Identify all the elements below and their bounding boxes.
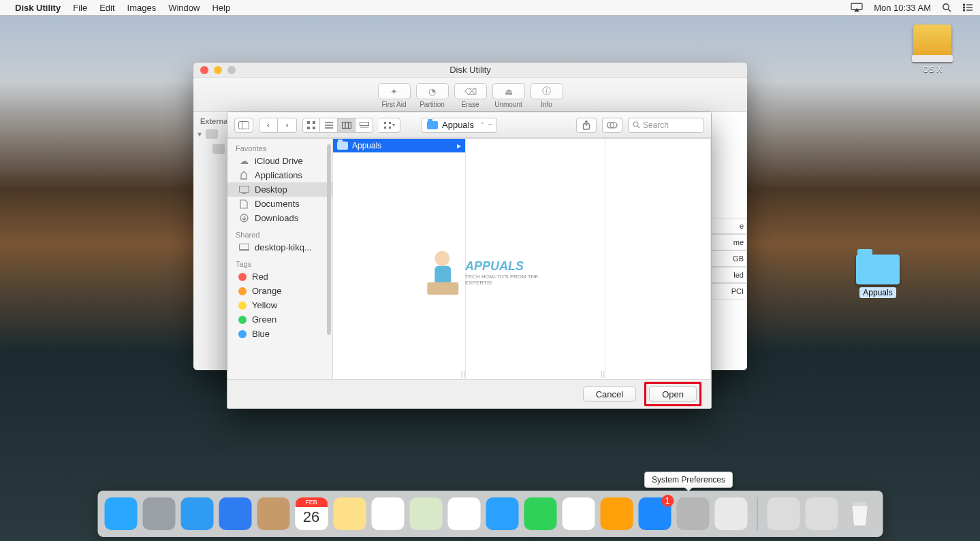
svg-rect-15 [313, 127, 315, 129]
dock-tray-trash[interactable] [843, 497, 876, 530]
cancel-button[interactable]: Cancel [583, 387, 636, 401]
dock-app-facetime[interactable] [524, 497, 556, 530]
svg-rect-38 [239, 244, 249, 250]
desktop-folder-appuals[interactable]: Appuals [851, 255, 905, 298]
search-input[interactable]: Search [628, 118, 704, 133]
dock-app-app-store[interactable]: 1 [638, 497, 671, 530]
menu-window[interactable]: Window [168, 3, 200, 13]
dock-app-messages[interactable] [486, 497, 518, 530]
dock-app-launchpad[interactable] [142, 497, 175, 530]
dock-app-maps[interactable] [409, 497, 442, 530]
sidebar-toggle-button[interactable] [234, 118, 253, 133]
menubar-app[interactable]: Disk Utility [15, 3, 61, 13]
svg-rect-19 [342, 122, 351, 128]
dock-app-reminders[interactable] [371, 497, 404, 530]
menu-edit[interactable]: Edit [99, 3, 114, 13]
column-resize-handle[interactable]: || [601, 370, 605, 378]
nav-back-forward: ‹ › [259, 118, 297, 133]
sidebar-tag-red[interactable]: Red [227, 269, 332, 284]
sidebar-tag-yellow[interactable]: Yellow [227, 298, 332, 312]
view-icons-button[interactable] [302, 118, 320, 133]
dock-tray-downloads[interactable] [805, 497, 838, 530]
dock-app-contacts[interactable] [257, 497, 289, 530]
folder-icon [427, 121, 438, 129]
dock: FEB261 [97, 491, 883, 537]
dock-tray-documents[interactable] [767, 497, 800, 530]
svg-rect-22 [360, 122, 368, 125]
svg-rect-24 [384, 122, 386, 124]
column-2: || [466, 139, 605, 379]
tags-header: Tags [227, 255, 332, 269]
svg-rect-13 [313, 121, 315, 124]
tags-button[interactable] [602, 118, 622, 133]
titlebar[interactable]: Disk Utility [193, 63, 747, 78]
location-label: Appuals [442, 120, 474, 130]
svg-point-2 [943, 4, 949, 10]
dock-app-ibooks[interactable] [600, 497, 633, 530]
notification-center-icon[interactable] [962, 3, 973, 12]
tag-dot-icon [238, 287, 247, 295]
sidebar-tag-green[interactable]: Green [227, 312, 332, 327]
picker-sidebar: Favorites ☁︎iCloud Drive Applications De… [227, 139, 333, 379]
toolbar-info[interactable]: ⓘInfo [531, 83, 563, 108]
toolbar-partition[interactable]: ◔Partition [416, 83, 449, 108]
column-resize-handle[interactable]: || [461, 370, 466, 378]
desktop-disk-osx[interactable]: OS X [905, 24, 960, 74]
svg-point-6 [964, 7, 965, 8]
menu-file[interactable]: File [73, 3, 87, 13]
airplay-icon[interactable] [851, 3, 863, 12]
chevron-right-icon: ▸ [457, 141, 461, 150]
spotlight-icon[interactable] [942, 3, 951, 12]
sidebar-documents[interactable]: Documents [227, 197, 332, 211]
dock-app-disk-utility[interactable] [714, 497, 747, 530]
disk-row-icon [206, 129, 218, 139]
sidebar-tag-blue[interactable]: Blue [227, 327, 332, 341]
open-button[interactable]: Open [649, 387, 697, 401]
toolbar-unmount[interactable]: ⏏Unmount [492, 83, 525, 108]
folder-icon [856, 255, 900, 284]
favorites-header: Favorites [227, 139, 332, 154]
view-columns-button[interactable] [338, 118, 355, 133]
dock-app-safari[interactable] [180, 497, 213, 530]
dock-app-photos[interactable] [447, 497, 480, 530]
sidebar-shared-computer[interactable]: desktop-kikq... [227, 240, 332, 255]
sidebar-icloud[interactable]: ☁︎iCloud Drive [227, 154, 332, 168]
dock-app-system-preferences[interactable] [676, 497, 709, 530]
column-item-appuals[interactable]: Appuals ▸ [333, 139, 465, 152]
menubar: Disk Utility File Edit Images Window Hel… [0, 0, 980, 16]
dock-app-calendar[interactable]: FEB26 [295, 497, 328, 530]
menu-help[interactable]: Help [212, 3, 230, 13]
share-button[interactable] [576, 118, 597, 133]
location-popup[interactable]: Appuals ˄ [421, 118, 497, 133]
sidebar-downloads[interactable]: Downloads [227, 211, 332, 225]
view-coverflow-button[interactable] [355, 118, 373, 133]
disk-row-icon [212, 144, 225, 154]
dock-app-finder[interactable] [104, 497, 137, 530]
sheet-toolbar: ‹ › ▾ Appuals ˄ [227, 112, 711, 138]
sidebar-desktop[interactable]: Desktop [227, 182, 332, 197]
du-info-partial: e me GB led PCI [709, 218, 747, 299]
dock-app-itunes[interactable] [562, 497, 595, 530]
sidebar-tag-orange[interactable]: Orange [227, 284, 332, 298]
scrollbar[interactable] [327, 144, 331, 335]
sidebar-applications[interactable]: Applications [227, 168, 332, 182]
apps-icon [238, 171, 249, 180]
forward-button[interactable]: › [278, 118, 297, 133]
view-list-button[interactable] [320, 118, 338, 133]
svg-point-32 [633, 122, 638, 127]
arrange-dropdown[interactable]: ▾ [379, 118, 400, 133]
toolbar-erase[interactable]: ⌫Erase [454, 83, 487, 108]
tag-dot-icon [238, 316, 247, 324]
dock-app-notes[interactable] [333, 497, 366, 530]
menubar-clock[interactable]: Mon 10:33 AM [874, 3, 931, 13]
svg-rect-25 [389, 122, 391, 124]
documents-icon [238, 199, 249, 209]
dock-app-mail[interactable] [219, 497, 251, 530]
tag-dot-icon [238, 301, 247, 310]
toolbar-first-aid[interactable]: ✦First Aid [378, 83, 411, 108]
svg-rect-10 [239, 121, 249, 129]
back-button[interactable]: ‹ [259, 118, 278, 133]
menu-images[interactable]: Images [127, 3, 157, 13]
view-mode-segmented [302, 118, 373, 133]
cloud-icon: ☁︎ [238, 157, 249, 166]
